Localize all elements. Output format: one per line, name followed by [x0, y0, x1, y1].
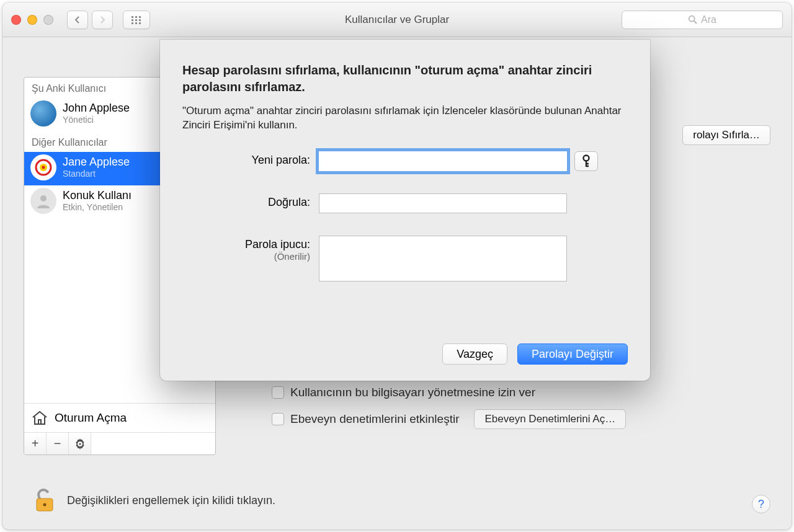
- parental-checkbox[interactable]: [272, 413, 284, 425]
- other-user-1-name: Konuk Kullanı: [63, 189, 132, 203]
- search-placeholder: Ara: [701, 14, 716, 25]
- window-close-button[interactable]: [11, 15, 21, 25]
- new-password-input[interactable]: [319, 151, 567, 171]
- new-password-label: Yeni parola:: [182, 151, 319, 167]
- back-button[interactable]: [67, 11, 88, 29]
- other-user-0-role: Standart: [63, 169, 130, 179]
- avatar-silhouette-icon: [30, 188, 56, 214]
- svg-point-12: [42, 166, 45, 169]
- help-button[interactable]: ?: [752, 495, 770, 513]
- sidebar-footer: + −: [24, 432, 215, 454]
- user-options: Kullanıcının bu bilgisayarı yönetmesine …: [272, 386, 626, 429]
- allow-admin-label: Kullanıcının bu bilgisayarı yönetmesine …: [290, 386, 535, 399]
- unlocked-lock-icon: [33, 487, 56, 513]
- sheet-actions: Vazgeç Parolayı Değiştir: [442, 344, 628, 365]
- cancel-button[interactable]: Vazgeç: [442, 344, 507, 365]
- current-user-role: Yönetici: [63, 115, 130, 125]
- hint-label: Parola ipucu: (Önerilir): [182, 236, 319, 262]
- svg-point-16: [43, 503, 47, 507]
- change-password-button[interactable]: Parolayı Değiştir: [517, 344, 628, 365]
- password-form: Yeni parola: Doğrula: Parola ipucu: (Öne…: [182, 151, 628, 282]
- add-user-button[interactable]: +: [24, 433, 47, 454]
- hint-sub-label: (Önerilir): [182, 251, 310, 262]
- svg-rect-6: [132, 22, 133, 24]
- sheet-heading: Hesap parolasını sıfırlama, kullanıcının…: [182, 62, 628, 95]
- titlebar: Kullanıcılar ve Gruplar Ara: [2, 2, 792, 37]
- sheet-subtext: "Oturum açma" anahtar zinciri parolasını…: [182, 104, 628, 133]
- remove-user-button[interactable]: −: [47, 433, 69, 454]
- other-user-1-role: Etkin, Yönetilen: [63, 202, 132, 213]
- lock-text: Değişiklikleri engellemek için kilidi tı…: [67, 494, 275, 507]
- svg-rect-5: [139, 19, 141, 21]
- svg-rect-8: [139, 22, 141, 24]
- password-hint-input[interactable]: [319, 236, 567, 282]
- svg-point-13: [40, 195, 47, 202]
- avatar-target-icon: [30, 154, 56, 180]
- svg-rect-7: [135, 22, 137, 24]
- traffic-lights: [11, 15, 53, 25]
- toolbar-search[interactable]: Ara: [622, 11, 783, 29]
- parental-row: Ebeveyn denetimlerini etkinleştir Ebevey…: [272, 409, 626, 429]
- svg-point-9: [689, 16, 695, 22]
- avatar-earth-icon: [30, 100, 56, 126]
- sidebar-settings-button[interactable]: [69, 433, 91, 454]
- svg-rect-2: [139, 16, 141, 18]
- parental-label: Ebeveyn denetimlerini etkinleştir: [290, 412, 459, 426]
- allow-admin-row[interactable]: Kullanıcının bu bilgisayarı yönetmesine …: [272, 386, 626, 399]
- lock-row[interactable]: Değişiklikleri engellemek için kilidi tı…: [33, 487, 275, 513]
- svg-rect-3: [132, 19, 133, 21]
- login-options-label: Oturum Açma: [55, 411, 127, 425]
- users-groups-window: Kullanıcılar ve Gruplar Ara Şu Anki Kull…: [2, 2, 792, 530]
- forward-button[interactable]: [92, 11, 113, 29]
- other-user-0-name: Jane Applese: [63, 156, 130, 169]
- svg-rect-0: [132, 16, 133, 18]
- svg-rect-4: [135, 19, 137, 21]
- password-assistant-button[interactable]: [574, 151, 598, 171]
- reset-password-button[interactable]: rolayı Sıfırla…: [682, 125, 770, 145]
- show-all-button[interactable]: [123, 11, 150, 29]
- allow-admin-checkbox[interactable]: [272, 386, 284, 399]
- current-user-name: John Applese: [63, 102, 130, 115]
- open-parental-button[interactable]: Ebeveyn Denetimlerini Aç…: [474, 409, 626, 429]
- login-options-row[interactable]: Oturum Açma: [24, 403, 215, 432]
- svg-rect-1: [135, 16, 137, 18]
- verify-label: Doğrula:: [182, 193, 319, 209]
- reset-password-sheet: Hesap parolasını sıfırlama, kullanıcının…: [160, 40, 650, 381]
- window-minimize-button[interactable]: [27, 15, 37, 25]
- toolbar-nav: [67, 11, 150, 29]
- key-icon: [581, 154, 591, 168]
- svg-point-17: [584, 155, 589, 161]
- verify-password-input[interactable]: [319, 193, 567, 213]
- window-zoom-button[interactable]: [43, 15, 53, 25]
